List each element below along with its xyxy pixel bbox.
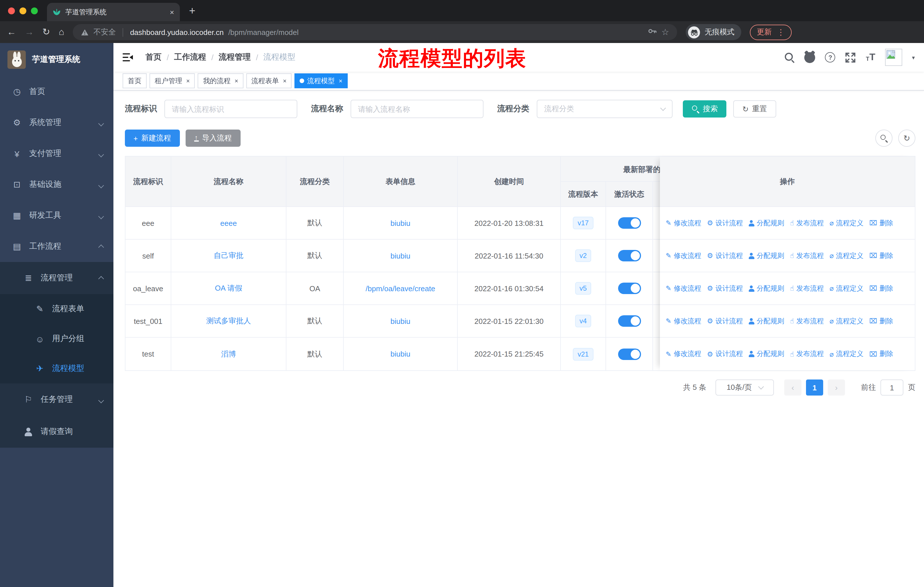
- version-badge[interactable]: v4: [575, 315, 591, 327]
- action-link[interactable]: ☝ 发布流程: [790, 283, 824, 293]
- plus-icon[interactable]: +: [189, 5, 195, 17]
- action-link[interactable]: ⌀ 流程定义: [830, 316, 863, 326]
- home-icon[interactable]: ⌂: [59, 28, 64, 37]
- toggle-search-button[interactable]: [875, 129, 893, 147]
- close-icon[interactable]: ×: [186, 78, 190, 84]
- caret-down-icon[interactable]: ▾: [912, 54, 915, 61]
- action-link[interactable]: ✎ 修改流程: [666, 283, 701, 293]
- action-link[interactable]: ⚙ 设计流程: [707, 316, 743, 326]
- form-info-link[interactable]: /bpm/oa/leave/create: [366, 284, 436, 293]
- sidebar-fold-icon[interactable]: [122, 53, 133, 62]
- form-info-link[interactable]: biubiu: [390, 350, 410, 358]
- action-link[interactable]: ☝ 发布流程: [790, 218, 824, 228]
- sidebar-item[interactable]: 请假查询: [0, 416, 114, 448]
- action-link[interactable]: ☝ 发布流程: [790, 349, 824, 359]
- sidebar-item[interactable]: ≣ 流程管理: [0, 262, 114, 294]
- view-tag[interactable]: 租户管理 ×: [150, 73, 195, 88]
- sidebar-item[interactable]: ¥ 支付管理: [0, 138, 114, 169]
- action-link[interactable]: 分配规则: [749, 251, 784, 261]
- close-window-button[interactable]: [8, 7, 15, 14]
- star-icon[interactable]: ☆: [662, 27, 669, 37]
- close-icon[interactable]: ×: [234, 78, 238, 84]
- action-link[interactable]: ⚙ 设计流程: [707, 218, 743, 228]
- address-bar[interactable]: 不安全 dashboard.yudao.iocoder.cn/bpm/manag…: [73, 24, 677, 40]
- close-icon[interactable]: ×: [170, 8, 174, 17]
- avatar[interactable]: [885, 49, 902, 66]
- active-toggle[interactable]: [618, 217, 641, 229]
- action-link[interactable]: ⚙ 设计流程: [707, 349, 743, 359]
- action-link[interactable]: ⌀ 流程定义: [830, 349, 863, 359]
- refresh-button[interactable]: ↻: [898, 129, 916, 147]
- action-link[interactable]: ⌧ 删除: [869, 316, 893, 326]
- sidebar-item[interactable]: ⚐ 任务管理: [0, 384, 114, 416]
- breadcrumb-item[interactable]: 工作流程: [174, 52, 206, 63]
- action-link[interactable]: ⌧ 删除: [869, 251, 893, 261]
- form-info-link[interactable]: biubiu: [390, 317, 410, 325]
- view-tag[interactable]: 我的流程 ×: [198, 73, 243, 88]
- action-link[interactable]: ⌧ 删除: [869, 283, 893, 293]
- security-label[interactable]: 不安全: [93, 27, 116, 37]
- process-name-input[interactable]: [351, 100, 483, 118]
- version-badge[interactable]: v17: [573, 217, 594, 229]
- version-badge[interactable]: v21: [573, 348, 594, 360]
- action-link[interactable]: ☝ 发布流程: [790, 316, 824, 326]
- close-icon[interactable]: ×: [283, 78, 287, 84]
- action-link[interactable]: 分配规则: [749, 218, 784, 228]
- action-link[interactable]: ✎ 修改流程: [666, 218, 701, 228]
- sidebar-item[interactable]: ▤ 工作流程: [0, 231, 114, 262]
- sidebar-logo-row[interactable]: 芋道管理系统: [0, 43, 114, 76]
- forward-icon[interactable]: →: [25, 28, 34, 37]
- action-link[interactable]: ⌧ 删除: [869, 218, 893, 228]
- active-toggle[interactable]: [618, 348, 641, 360]
- reset-button[interactable]: ↻ 重置: [733, 100, 776, 117]
- breadcrumb-item[interactable]: 流程模型: [263, 52, 295, 63]
- view-tag[interactable]: 流程模型 ×: [295, 73, 348, 88]
- action-link[interactable]: 分配规则: [749, 283, 784, 293]
- form-info-link[interactable]: biubiu: [390, 219, 410, 227]
- process-category-select[interactable]: 流程分类: [537, 100, 673, 118]
- process-name-link[interactable]: 滔博: [221, 349, 236, 359]
- kebab-menu-icon[interactable]: ⋮: [777, 28, 785, 37]
- page-size-select[interactable]: 10条/页: [716, 379, 774, 395]
- view-tag[interactable]: 流程表单 ×: [246, 73, 292, 88]
- maximize-window-button[interactable]: [31, 7, 38, 14]
- breadcrumb-item[interactable]: 首页: [145, 52, 162, 63]
- update-button[interactable]: 更新 ⋮: [750, 24, 792, 40]
- version-badge[interactable]: v2: [575, 250, 591, 262]
- reload-icon[interactable]: ↻: [42, 28, 50, 37]
- breadcrumb-item[interactable]: 流程管理: [219, 52, 251, 63]
- process-name-link[interactable]: 测试多审批人: [206, 316, 251, 326]
- sidebar-item[interactable]: ⊡ 基础设施: [0, 169, 114, 200]
- back-icon[interactable]: ←: [7, 28, 16, 37]
- action-link[interactable]: ⚙ 设计流程: [707, 283, 743, 293]
- key-icon[interactable]: [648, 28, 657, 37]
- action-link[interactable]: ✎ 修改流程: [666, 316, 701, 326]
- font-size-icon[interactable]: [866, 53, 875, 62]
- search-icon[interactable]: [784, 52, 795, 63]
- action-link[interactable]: ⌀ 流程定义: [830, 251, 863, 261]
- page-number-button[interactable]: 1: [806, 379, 823, 395]
- create-process-button[interactable]: + 新建流程: [125, 129, 180, 147]
- sidebar-item[interactable]: ✎ 流程表单: [0, 294, 114, 324]
- sidebar-item[interactable]: ✈ 流程模型: [0, 354, 114, 384]
- action-link[interactable]: ✎ 修改流程: [666, 251, 701, 261]
- action-link[interactable]: 分配规则: [749, 349, 784, 359]
- form-info-link[interactable]: biubiu: [390, 251, 410, 260]
- sidebar-item[interactable]: ◷ 首页: [0, 76, 114, 107]
- process-id-input[interactable]: [164, 100, 297, 118]
- next-icon[interactable]: ›: [828, 379, 845, 395]
- active-toggle[interactable]: [618, 315, 641, 327]
- active-toggle[interactable]: [618, 283, 641, 294]
- sidebar-item[interactable]: ⚙ 系统管理: [0, 107, 114, 138]
- github-icon[interactable]: [805, 52, 815, 63]
- fullscreen-icon[interactable]: [845, 52, 856, 63]
- action-link[interactable]: ⌀ 流程定义: [830, 218, 863, 228]
- prev-icon[interactable]: ‹: [784, 379, 802, 395]
- action-link[interactable]: ✎ 修改流程: [666, 349, 701, 359]
- search-button[interactable]: 搜索: [683, 100, 726, 117]
- minimize-window-button[interactable]: [20, 7, 26, 14]
- close-icon[interactable]: ×: [339, 78, 343, 84]
- goto-page-input[interactable]: [881, 379, 903, 395]
- sidebar-item[interactable]: ☺ 用户分组: [0, 324, 114, 354]
- sidebar-item[interactable]: ▦ 研发工具: [0, 200, 114, 231]
